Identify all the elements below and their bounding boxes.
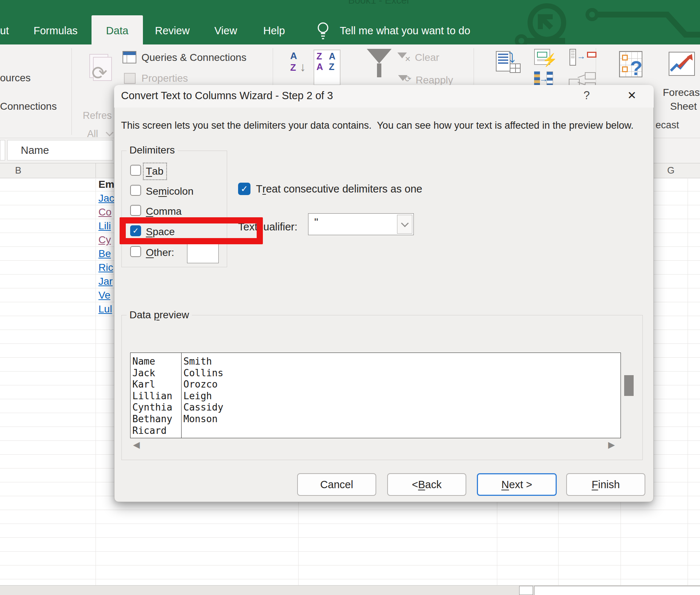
name-box-value: Name — [21, 144, 49, 156]
cell-link-5[interactable]: Be — [98, 248, 111, 260]
properties-button[interactable]: Properties — [123, 71, 233, 86]
gridline-col-de — [497, 496, 497, 585]
sort-az-button[interactable]: A Z ↓ — [290, 50, 312, 85]
tab-help[interactable]: Help — [263, 22, 285, 39]
comma-delimiter-checkbox[interactable] — [130, 205, 141, 216]
cell-link-4[interactable]: Cy — [98, 234, 111, 246]
cell-link-2[interactable]: Co — [98, 206, 112, 218]
annotation-highlight-box — [120, 217, 263, 244]
next-button[interactable]: Next > — [477, 473, 557, 496]
column-header-b[interactable]: B — [11, 164, 26, 177]
ribbon-separator-3 — [474, 48, 474, 85]
forecast-sheet-label-2: Sheet — [670, 101, 697, 112]
dialog-help-button[interactable]: ? — [578, 87, 595, 104]
check-icon: ✓ — [241, 184, 248, 194]
queries-connections-label: Queries & Connections — [141, 50, 246, 66]
filter-icon — [367, 49, 392, 63]
title-bar: Book1 - Excel ut Formulas Data Review Vi… — [0, 0, 700, 44]
cancel-button[interactable]: Cancel — [297, 473, 376, 496]
other-delimiter-input[interactable] — [187, 244, 219, 263]
tab-pagelayout-fragment[interactable]: ut — [0, 22, 9, 39]
back-button[interactable]: < Back — [387, 473, 466, 496]
column-header-divider — [96, 163, 96, 178]
what-if-analysis-button[interactable]: ? — [619, 51, 648, 82]
dialog-description: This screen lets you set the delimiters … — [121, 119, 634, 132]
cell-header-fragment[interactable]: Em — [98, 178, 114, 191]
data-preview-legend: Data preview — [127, 309, 192, 321]
other-delimiter-label[interactable]: Other: — [146, 245, 174, 260]
existing-connections-fragment[interactable]: Connections — [0, 101, 57, 112]
forecast-sheet-icon — [669, 52, 695, 76]
gridline-col-gh — [688, 178, 688, 585]
cell-link-8[interactable]: Ve — [98, 289, 110, 302]
treat-consecutive-checkbox[interactable]: ✓ — [238, 183, 250, 195]
sort-dialog-button[interactable]: ZA AZ — [314, 50, 341, 85]
properties-icon — [124, 73, 136, 84]
column-header-g[interactable]: G — [664, 164, 678, 177]
refresh-arrows-icon: ⟳ — [92, 62, 108, 84]
text-qualifier-value: " — [314, 216, 318, 228]
semicolon-delimiter-label[interactable]: Semicolon — [146, 184, 194, 199]
clear-filter-button[interactable]: ✕ Clear — [397, 50, 463, 66]
semicolon-delimiter-checkbox[interactable] — [130, 185, 141, 196]
scroll-right-icon: ▶ — [608, 440, 615, 450]
data-preview-col1: NameJackKarlLillianCynthiaBethanyRicard — [132, 356, 172, 436]
forecast-sheet-button[interactable]: Forecast Sheet ecast — [662, 52, 700, 128]
properties-label: Properties — [141, 71, 188, 85]
grid-bottom[interactable] — [114, 496, 654, 585]
data-preview-scroll-right[interactable]: ▶ — [608, 440, 615, 450]
data-preview-vscroll-thumb[interactable] — [624, 375, 634, 396]
text-qualifier-combobox[interactable]: " — [308, 213, 414, 235]
other-delimiter-checkbox[interactable] — [130, 246, 141, 257]
tab-review[interactable]: Review — [155, 22, 190, 39]
name-box[interactable]: Name — [7, 140, 113, 160]
recent-sources-fragment[interactable]: ources — [0, 72, 31, 84]
cell-link-7[interactable]: Jar — [98, 275, 113, 288]
tab-formulas[interactable]: Formulas — [34, 22, 78, 39]
sort-icon: ZA — [316, 51, 323, 72]
lightbulb-icon — [316, 20, 330, 41]
tab-data[interactable]: Data — [92, 22, 143, 39]
sheet-tab-scroll-button[interactable] — [519, 586, 533, 595]
finish-button[interactable]: Finish — [566, 473, 645, 496]
data-preview-column-divider[interactable] — [181, 353, 182, 438]
name-box-edge — [0, 140, 5, 160]
treat-consecutive-label[interactable]: Treat consecutive delimiters as one — [256, 182, 422, 196]
flash-fill-button[interactable]: ⚡ — [534, 49, 555, 66]
gridline-col-bc — [96, 178, 96, 585]
queries-connections-icon — [122, 51, 136, 63]
grid-right[interactable] — [654, 178, 700, 585]
gridline-col-cd — [298, 496, 299, 585]
data-validation-button[interactable]: → — [569, 49, 595, 66]
dialog-close-button[interactable]: ✕ — [623, 86, 641, 104]
text-qualifier-dropdown-button[interactable] — [397, 215, 412, 234]
filter-button[interactable] — [365, 49, 397, 87]
data-preview-scroll-left[interactable]: ◀ — [133, 440, 140, 450]
refresh-all-label-2: All — [87, 128, 98, 140]
cell-link-9[interactable]: Lul — [98, 303, 112, 315]
help-icon: ? — [583, 89, 590, 102]
queries-connections-button[interactable]: Queries & Connections — [122, 50, 268, 67]
tab-delimiter-checkbox[interactable] — [130, 165, 141, 176]
cell-link-3[interactable]: Lili — [98, 220, 111, 232]
decorative-circuit-graphic — [510, 0, 700, 44]
sort-az-icon: A — [290, 50, 297, 62]
tab-view[interactable]: View — [214, 22, 237, 39]
cell-link-1[interactable]: Jac — [98, 192, 114, 205]
tab-delimiter-label[interactable]: Tab — [146, 164, 163, 179]
horizontal-scrollbar[interactable] — [534, 586, 700, 595]
comma-delimiter-label[interactable]: Comma — [146, 204, 182, 219]
data-preview-col2: SmithCollinsOrozcoLeighCassidyMonson — [183, 356, 223, 425]
tell-me-search[interactable]: Tell me what you want to do — [340, 22, 470, 39]
remove-duplicates-button[interactable]: → — [534, 71, 556, 87]
grid-left[interactable] — [0, 178, 114, 585]
sort-arrow-down-icon: ↓ — [300, 60, 306, 74]
text-to-columns-button[interactable]: ⤵ — [496, 50, 521, 77]
scroll-left-icon: ◀ — [133, 440, 140, 450]
excel-window: Name B G Em Jac Co Lili Cy Be Ric Jar Ve… — [0, 0, 700, 595]
gridline-col-ef — [558, 496, 559, 585]
chevron-down-icon — [401, 219, 408, 227]
cell-link-6[interactable]: Ric — [98, 261, 113, 274]
data-validation-icon — [569, 49, 576, 66]
close-icon: ✕ — [627, 89, 636, 102]
